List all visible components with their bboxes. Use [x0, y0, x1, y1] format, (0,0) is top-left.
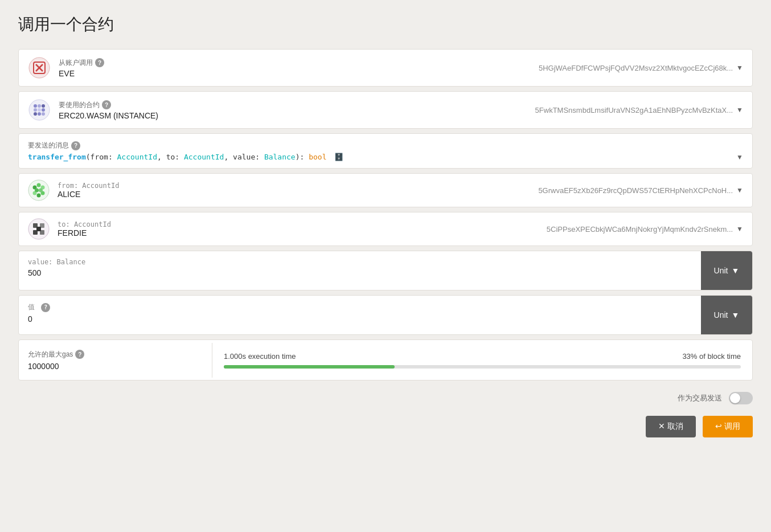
param-from-info: from: AccountId ALICE — [58, 182, 538, 199]
svg-point-16 — [37, 183, 41, 187]
param-to-address: 5CiPPseXPECbkjWCa6MnjNokrgYjMqmKndv2rSne… — [547, 225, 743, 234]
message-help-icon[interactable]: ? — [71, 141, 80, 150]
send-as-tx-label: 作为交易发送 — [678, 393, 722, 403]
message-text: transfer_from(from: AccountId, to: Accou… — [28, 153, 343, 161]
param-to-chevron-icon: ▼ — [736, 225, 743, 233]
svg-point-13 — [42, 112, 45, 116]
gas-bar-container — [224, 365, 741, 369]
call-value-chevron-icon: ▼ — [732, 310, 740, 320]
call-value-unit-button[interactable]: Unit ▼ — [701, 296, 752, 334]
param-to-info: to: AccountId FERDIE — [58, 220, 547, 238]
gas-value[interactable]: 1000000 — [28, 362, 203, 371]
storage-icon: 🗄️ — [334, 153, 343, 161]
param-to-label: to: AccountId — [58, 220, 547, 228]
eve-icon — [28, 56, 51, 79]
from-account-label: 从账户调用 ? — [59, 58, 530, 68]
message-label: 要发送的消息 ? — [28, 141, 743, 150]
gas-block-pct: 33% of block time — [682, 352, 741, 361]
invoke-button[interactable]: ↩ 调用 — [703, 416, 753, 437]
svg-point-22 — [39, 189, 43, 193]
svg-point-12 — [38, 112, 41, 116]
svg-point-6 — [38, 104, 41, 108]
contract-help-icon[interactable]: ? — [102, 100, 111, 109]
message-value: transfer_from(from: AccountId, to: Accou… — [28, 153, 743, 161]
from-account-chevron-icon: ▼ — [736, 64, 743, 72]
from-account-value: EVE — [59, 69, 530, 78]
from-account-card[interactable]: 从账户调用 ? EVE 5HGjWAeFDfFCWPsjFQdVV2Msvz2X… — [18, 49, 753, 87]
contract-chevron-icon: ▼ — [736, 106, 743, 114]
message-card[interactable]: 要发送的消息 ? transfer_from(from: AccountId, … — [18, 133, 753, 169]
svg-point-8 — [34, 108, 37, 112]
ferdie-icon — [28, 218, 50, 240]
contract-address: 5FwkTMSnsmbdLmsifUraVNS2gA1aEhNBPyzcMvBz… — [526, 106, 743, 114]
param-from-value: ALICE — [58, 190, 538, 199]
param-from-label: from: AccountId — [58, 182, 538, 190]
svg-point-7 — [42, 104, 45, 108]
svg-point-9 — [38, 108, 41, 112]
call-value-help-icon[interactable]: ? — [41, 303, 50, 312]
gas-card: 允许的最大gas ? 1000000 1.000s execution time… — [18, 339, 753, 380]
param-to-value: FERDIE — [58, 228, 547, 238]
param-value-label: value: Balance — [28, 258, 692, 266]
gas-bar-fill — [224, 365, 395, 369]
page-title: 调用一个合约 — [18, 14, 753, 35]
toggle-knob — [730, 393, 740, 403]
svg-point-5 — [34, 104, 37, 108]
gas-execution-row: 1.000s execution time 33% of block time — [224, 352, 741, 361]
alice-icon — [28, 179, 50, 201]
param-value-card: value: Balance 500 Unit ▼ — [18, 251, 753, 290]
svg-point-21 — [35, 189, 39, 193]
param-value-left: value: Balance 500 — [19, 251, 701, 290]
call-value-left: 值 ? 0 — [19, 296, 701, 334]
param-value-value[interactable]: 500 — [28, 268, 692, 277]
action-row: ✕ 取消 ↩ 调用 — [18, 411, 753, 437]
call-value-card: 值 ? 0 Unit ▼ — [18, 295, 753, 335]
call-value-value[interactable]: 0 — [28, 314, 692, 324]
gas-help-icon[interactable]: ? — [75, 350, 84, 359]
param-to-card[interactable]: to: AccountId FERDIE 5CiPPseXPECbkjWCa6M… — [18, 212, 753, 246]
gas-execution-time: 1.000s execution time — [224, 352, 296, 361]
svg-point-19 — [37, 194, 41, 198]
message-chevron-icon: ▼ — [736, 153, 743, 161]
from-account-address: 5HGjWAeFDfFCWPsjFQdVV2Msvz2XtMktvgocEZcC… — [530, 64, 743, 72]
call-value-label: 值 ? — [28, 302, 692, 312]
gas-right: 1.000s execution time 33% of block time — [212, 345, 752, 375]
contract-label: 要使用的合约 ? — [59, 100, 526, 110]
param-value-unit-button[interactable]: Unit ▼ — [701, 251, 752, 290]
from-account-help-icon[interactable]: ? — [95, 58, 104, 67]
contract-value: ERC20.WASM (INSTANCE) — [59, 111, 526, 120]
contract-content: 要使用的合约 ? ERC20.WASM (INSTANCE) — [59, 100, 526, 120]
send-as-tx-row: 作为交易发送 — [18, 385, 753, 411]
message-prefix: transfer_from — [28, 153, 86, 161]
svg-point-11 — [34, 112, 37, 116]
from-account-content: 从账户调用 ? EVE — [59, 58, 530, 78]
contract-card[interactable]: 要使用的合约 ? ERC20.WASM (INSTANCE) 5FwkTMSns… — [18, 91, 753, 129]
contract-icon — [28, 99, 51, 121]
cancel-button[interactable]: ✕ 取消 — [646, 416, 696, 437]
param-from-card[interactable]: from: AccountId ALICE 5GrwvaEF5zXb26Fz9r… — [18, 173, 753, 207]
gas-label: 允许的最大gas ? — [28, 350, 203, 359]
param-from-address: 5GrwvaEF5zXb26Fz9rcQpDWS57CtERHpNehXCPcN… — [538, 186, 743, 195]
send-as-tx-toggle[interactable] — [729, 392, 753, 404]
unit-chevron-icon: ▼ — [732, 266, 740, 275]
svg-rect-28 — [36, 227, 41, 231]
svg-point-10 — [42, 108, 45, 112]
gas-left: 允许的最大gas ? 1000000 — [19, 343, 212, 378]
param-from-chevron-icon: ▼ — [736, 186, 743, 194]
